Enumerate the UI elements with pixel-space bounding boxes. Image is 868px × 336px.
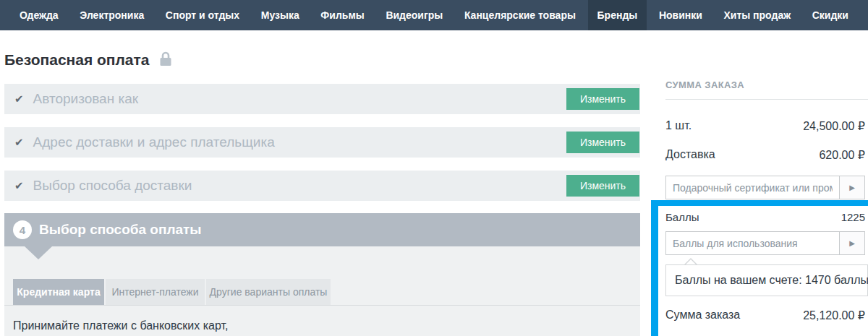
check-icon: ✔ — [14, 136, 24, 149]
step-label: Авторизован как — [33, 91, 138, 107]
nav-item-bestsellers[interactable]: Хиты продаж — [714, 0, 800, 30]
points-apply-button[interactable]: ▶ — [839, 232, 864, 254]
summary-row-points: Баллы 1225 — [665, 211, 865, 223]
shipping-value: 620.00 ₽ — [819, 148, 865, 162]
checkout-page: Одежда Электроника Спорт и отдых Музыка … — [0, 0, 868, 336]
tabs-divider — [4, 305, 640, 306]
summary-row-quantity: 1 шт. 24,500.00 ₽ — [665, 119, 865, 133]
change-address-button[interactable]: Изменить — [566, 132, 639, 153]
points-combo: ▶ — [665, 231, 865, 255]
gift-certificate-combo: ▶ — [665, 176, 865, 199]
nav-item-music[interactable]: Музыка — [252, 0, 309, 30]
nav-item-discounts[interactable]: Скидки — [803, 0, 858, 30]
step-header-payment-method: 4 Выбор способа оплаты — [4, 213, 640, 246]
summary-row-shipping: Доставка 620.00 ₽ — [665, 148, 865, 162]
tab-intro-text: Принимайте платежи с банковских карт, — [13, 319, 229, 332]
step-row-shipping-method[interactable]: ✔ Выбор способа доставки Изменить — [4, 171, 640, 201]
gift-certificate-apply-button[interactable]: ▶ — [839, 176, 864, 199]
points-input[interactable] — [666, 232, 839, 254]
step-header-pointer — [25, 246, 52, 259]
tab-online-payments[interactable]: Интернет-платежи — [106, 279, 206, 305]
gift-certificate-input[interactable] — [666, 176, 839, 199]
step-header-label: Выбор способа оплаты — [39, 222, 202, 238]
payment-panel: Кредитная карта Интернет-платежи Другие … — [4, 246, 640, 336]
payment-tabs: Кредитная карта Интернет-платежи Другие … — [13, 279, 332, 305]
step-row-address[interactable]: ✔ Адрес доставки и адрес плательщика Изм… — [4, 127, 640, 158]
step-label: Адрес доставки и адрес плательщика — [33, 134, 275, 150]
nav-item-sports[interactable]: Спорт и отдых — [156, 0, 249, 30]
tab-other-payments[interactable]: Другие варианты оплаты — [206, 279, 332, 305]
quantity-label: 1 шт. — [665, 119, 692, 133]
nav-item-brands[interactable]: Бренды — [588, 0, 647, 30]
total-label: Сумма заказа — [665, 309, 740, 322]
nav-item-stationery[interactable]: Канцелярские товары — [455, 0, 585, 30]
quantity-value: 24,500.00 ₽ — [803, 119, 865, 133]
nav-item-videogames[interactable]: Видеоигры — [376, 0, 452, 30]
order-summary-title: СУММА ЗАКАЗА — [665, 79, 744, 90]
step-number-badge: 4 — [13, 220, 32, 239]
step-row-authorized[interactable]: ✔ Авторизован как Изменить — [4, 84, 640, 114]
tab-credit-card[interactable]: Кредитная карта — [13, 279, 106, 305]
page-title: Безопасная оплата — [4, 51, 150, 69]
lock-icon — [158, 51, 173, 69]
points-label: Баллы — [665, 211, 699, 223]
nav-item-electronics[interactable]: Электроника — [70, 0, 153, 30]
points-value: 1225 — [841, 211, 865, 223]
check-icon: ✔ — [14, 179, 24, 192]
total-value: 25,120.00 ₽ — [803, 309, 865, 322]
step-label: Выбор способа доставки — [33, 178, 192, 194]
top-nav: Одежда Электроника Спорт и отдых Музыка … — [0, 0, 868, 30]
summary-divider — [665, 99, 868, 100]
change-auth-button[interactable]: Изменить — [566, 88, 639, 110]
change-shipping-button[interactable]: Изменить — [566, 175, 639, 197]
nav-item-movies[interactable]: Фильмы — [311, 0, 373, 30]
nav-item-new[interactable]: Новинки — [650, 0, 712, 30]
nav-item-clothing[interactable]: Одежда — [10, 0, 68, 30]
check-icon: ✔ — [14, 92, 24, 105]
shipping-label: Доставка — [665, 148, 715, 162]
summary-row-total: Сумма заказа 25,120.00 ₽ — [665, 309, 865, 322]
points-balance-tooltip: Баллы на вашем счете: 1470 баллы. — [665, 264, 868, 296]
